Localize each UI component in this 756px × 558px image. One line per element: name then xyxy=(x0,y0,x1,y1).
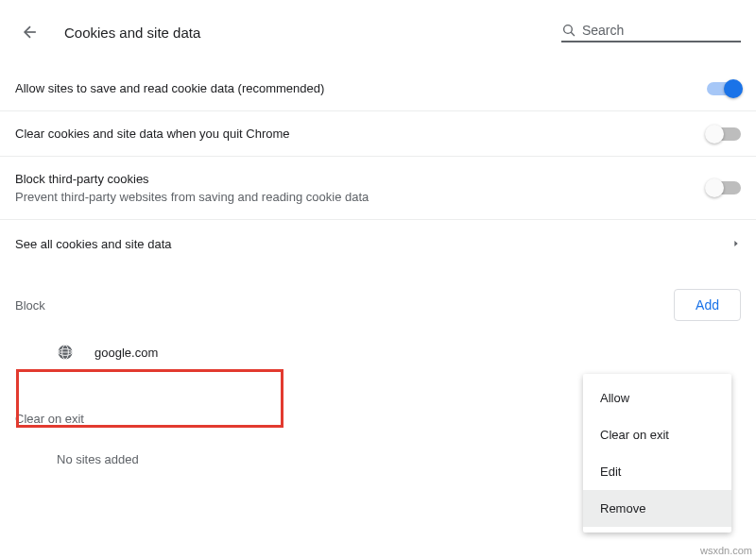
menu-edit[interactable]: Edit xyxy=(583,453,731,490)
add-button[interactable]: Add xyxy=(674,289,741,321)
search-icon xyxy=(561,22,576,39)
blocked-site-row[interactable]: google.com xyxy=(0,330,756,374)
svg-line-1 xyxy=(571,32,575,36)
back-button[interactable] xyxy=(15,17,45,47)
globe-icon xyxy=(57,344,74,361)
search-input[interactable] xyxy=(582,23,741,38)
arrow-left-icon xyxy=(21,23,40,42)
block-third-party-label: Block third-party cookies xyxy=(15,172,707,186)
see-all-cookies-row[interactable]: See all cookies and site data xyxy=(0,220,756,268)
menu-remove[interactable]: Remove xyxy=(583,490,731,527)
block-section-header: Block Add xyxy=(0,268,756,321)
page-title: Cookies and site data xyxy=(64,25,200,41)
block-third-party-sub: Prevent third-party websites from saving… xyxy=(15,190,707,204)
chevron-right-icon xyxy=(731,237,741,251)
clear-on-quit-toggle[interactable] xyxy=(707,127,741,141)
allow-cookies-label: Allow sites to save and read cookie data… xyxy=(15,81,707,95)
row-clear-on-quit: Clear cookies and site data when you qui… xyxy=(0,111,756,157)
menu-allow[interactable]: Allow xyxy=(583,380,731,416)
search-field[interactable] xyxy=(561,22,741,42)
toggle-knob xyxy=(724,79,743,98)
clear-on-quit-label: Clear cookies and site data when you qui… xyxy=(15,127,707,141)
row-allow-cookies: Allow sites to save and read cookie data… xyxy=(0,53,756,111)
context-menu: Allow Clear on exit Edit Remove xyxy=(583,374,731,533)
toggle-knob xyxy=(705,178,724,197)
allow-cookies-toggle[interactable] xyxy=(707,82,741,95)
menu-clear-on-exit[interactable]: Clear on exit xyxy=(583,416,731,453)
row-block-third-party: Block third-party cookies Prevent third-… xyxy=(0,157,756,220)
block-third-party-toggle[interactable] xyxy=(707,181,741,194)
svg-point-0 xyxy=(564,25,573,34)
see-all-cookies-label: See all cookies and site data xyxy=(15,237,172,251)
block-section-label: Block xyxy=(15,298,674,313)
toggle-knob xyxy=(705,125,724,144)
blocked-site-name: google.com xyxy=(94,346,158,360)
header: Cookies and site data xyxy=(0,0,756,53)
watermark: wsxdn.com xyxy=(700,545,752,556)
